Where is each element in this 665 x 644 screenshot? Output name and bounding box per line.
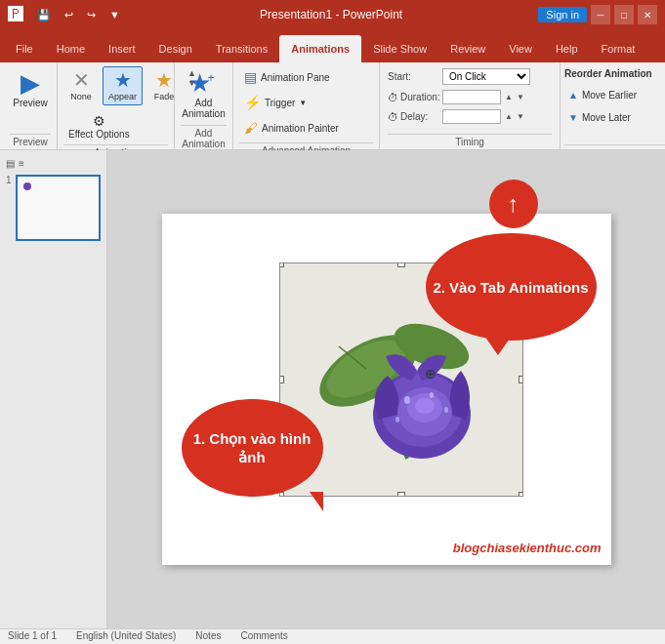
delay-row: ⏱ Delay: ▲ ▼ [388,109,524,124]
animation-sub-buttons: ⚙ Effect Options [63,111,135,142]
reorder-title: Reorder Animation [564,68,652,79]
duration-spin-down[interactable]: ▼ [517,93,524,101]
delay-spin-up[interactable]: ▲ [505,112,513,121]
customize-quick-access-button[interactable]: ▼ [105,7,124,22]
outline-label: ≡ [19,158,24,169]
save-button[interactable]: 💾 [33,7,55,23]
svg-point-10 [404,396,410,404]
undo-button[interactable]: ↩ [61,7,77,23]
add-animation-icon: ★+ [188,70,218,96]
mouse-cursor: ⊕ [425,366,436,382]
svg-point-13 [395,417,399,423]
comments-button[interactable]: Comments [240,630,287,641]
slide-area: ⊕ 1. Chọn vào hình ảnh 2. Vào Tab Animat… [107,150,665,628]
move-later-button[interactable]: ▼ Move Later [564,109,635,126]
handle-mid-right[interactable] [519,376,523,383]
animation-fade-icon: ★ [155,70,173,90]
animation-pane-button[interactable]: ▤ Animation Pane [239,66,347,88]
delay-spin-down[interactable]: ▼ [517,112,524,121]
ribbon: ▶ Preview Preview ✕ None ★ Appear ★ Fade [0,62,665,150]
tab-home[interactable]: Home [45,35,97,62]
tab-review[interactable]: Review [438,35,497,62]
handle-top-left[interactable] [279,262,284,267]
tab-view[interactable]: View [497,35,544,62]
animation-painter-button[interactable]: 🖌 Animation Painter [239,117,347,139]
delay-label: ⏱ Delay: [388,111,438,123]
start-row: Start: On Click With Previous After Prev… [388,68,530,85]
window-controls: Sign in ─ □ ✕ [538,5,657,24]
preview-button[interactable]: ▶ Preview [10,66,51,112]
watermark: blogchiasekienthuc.com [453,541,602,555]
handle-bottom-right[interactable] [519,492,523,497]
slide-count: Slide 1 of 1 [8,630,57,641]
quick-access-toolbar: 🅿 💾 ↩ ↪ ▼ [8,6,124,23]
tab-transitions[interactable]: Transitions [204,35,279,62]
preview-icon: ▶ [21,70,40,96]
slide-canvas: ⊕ 1. Chọn vào hình ảnh 2. Vào Tab Animat… [162,214,611,565]
adv-btn-row1: ▤ Animation Pane [239,66,347,88]
animation-star-icon: ★ [114,70,132,90]
tab-format[interactable]: Format [590,35,647,62]
tab-animations[interactable]: Animations [279,35,361,62]
slide-number: 1 [6,175,12,185]
trigger-row: ⚡ Trigger ▼ [239,92,347,113]
animation-star-button[interactable]: ★ Appear [103,66,143,105]
tab-file[interactable]: File [4,35,45,62]
move-earlier-button[interactable]: ▲ Move Earlier [564,87,641,103]
move-later-icon: ▼ [568,112,578,123]
handle-mid-left[interactable] [279,376,284,383]
add-animation-button[interactable]: ★+ Add Animation [181,66,227,123]
minimize-button[interactable]: ─ [591,5,610,24]
callout-tail-2 [484,336,512,355]
duration-input[interactable] [442,90,501,104]
animation-group-content: ✕ None ★ Appear ★ Fade ▲▼ ⚙ Effect Optio… [63,66,168,142]
delay-icon: ⏱ [388,111,398,123]
callout-tail-1 [310,492,323,511]
trigger-button[interactable]: ⚡ Trigger ▼ [239,92,347,113]
start-label: Start: [388,71,438,82]
reorder-group-label [564,144,665,149]
svg-point-12 [444,407,448,413]
tab-insert[interactable]: Insert [97,35,147,62]
svg-point-9 [415,398,435,414]
duration-spin-up[interactable]: ▲ [505,93,513,101]
delay-input[interactable] [442,109,501,124]
svg-point-11 [430,392,434,398]
notes-button[interactable]: Notes [195,630,221,641]
language-info: English (United States) [76,630,176,641]
maximize-button[interactable]: □ [614,5,634,24]
add-animation-group-label: Add Animation [181,125,227,151]
signin-button[interactable]: Sign in [538,7,587,22]
handle-top-mid[interactable] [397,262,405,267]
start-select[interactable]: On Click With Previous After Previous [442,68,530,85]
main-area: ▤ ≡ 1 [0,150,665,628]
slide-thumbnail[interactable] [16,175,101,241]
add-animation-group: ★+ Add Animation Add Animation [175,62,233,149]
window-title: Presentation1 - PowerPoint [124,8,538,21]
advanced-animation-group: ▤ Animation Pane ⚡ Trigger ▼ 🖌 Animation… [233,62,380,149]
preview-group: ▶ Preview Preview [4,62,58,149]
tab-help[interactable]: Help [544,35,590,62]
callout-bubble-2: 2. Vào Tab Animations [426,233,597,341]
animation-pane-icon: ▤ [244,69,257,85]
timing-group-label: Timing [388,134,552,149]
slide-thumb-inner [18,177,99,239]
ribbon-tabs: File Home Insert Design Transitions Anim… [0,29,665,62]
arrow-circle: ↑ [489,180,538,228]
none-icon: ✕ [73,70,90,90]
none-animation-button[interactable]: ✕ None [63,66,99,105]
adv-btn-row2: 🖌 Animation Painter [239,117,347,139]
reorder-group-content: Reorder Animation ▲ Move Earlier ▼ Move … [564,66,665,142]
preview-group-content: ▶ Preview [10,66,51,132]
handle-bottom-mid[interactable] [397,492,405,497]
slide-list-label: ▤ [6,158,15,169]
redo-button[interactable]: ↪ [83,7,100,23]
effect-options-button[interactable]: ⚙ Effect Options [63,111,135,142]
title-bar: 🅿 💾 ↩ ↪ ▼ Presentation1 - PowerPoint Sig… [0,0,665,29]
timing-group: Start: On Click With Previous After Prev… [380,62,561,149]
duration-row: ⏱ Duration: ▲ ▼ [388,90,524,104]
slide-panel: ▤ ≡ 1 [0,150,107,628]
close-button[interactable]: ✕ [638,5,657,24]
tab-design[interactable]: Design [147,35,204,62]
tab-slideshow[interactable]: Slide Show [361,35,438,62]
